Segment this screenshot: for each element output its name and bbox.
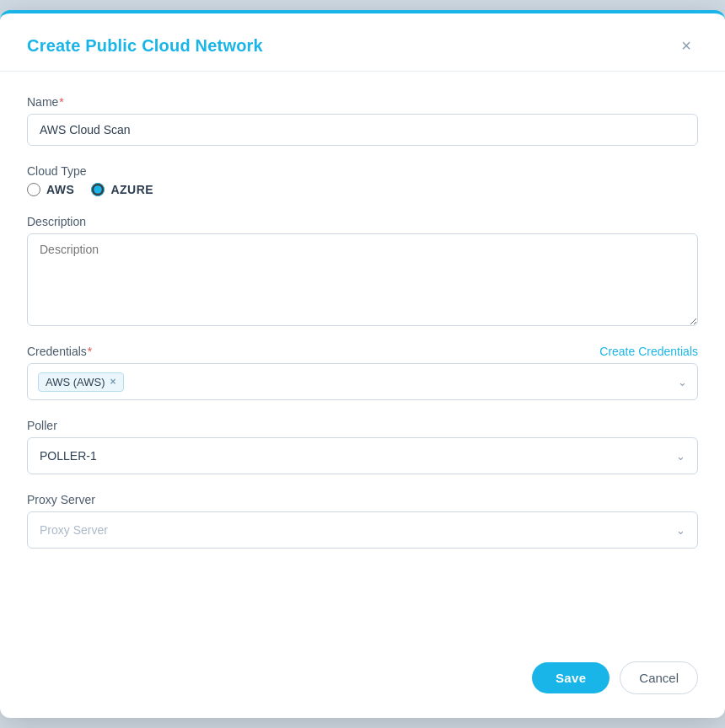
cloud-type-aws-radio[interactable] xyxy=(27,183,40,196)
poller-select[interactable]: POLLER-1 ⌄ xyxy=(27,437,698,474)
credentials-header: Credentials* Create Credentials xyxy=(27,345,698,358)
modal-footer: Save Cancel xyxy=(0,645,725,718)
description-label: Description xyxy=(27,215,698,228)
save-button[interactable]: Save xyxy=(532,662,610,693)
poller-field-group: Poller POLLER-1 ⌄ xyxy=(27,419,698,474)
proxy-server-field-group: Proxy Server Proxy Server ⌄ xyxy=(27,493,698,549)
cloud-type-aws-label: AWS xyxy=(46,183,74,196)
poller-chevron-icon: ⌄ xyxy=(676,450,685,463)
create-credentials-link[interactable]: Create Credentials xyxy=(599,345,698,358)
close-button[interactable]: × xyxy=(674,34,698,57)
description-input[interactable] xyxy=(27,233,698,326)
proxy-server-select[interactable]: Proxy Server ⌄ xyxy=(27,511,698,549)
name-input[interactable] xyxy=(27,114,698,146)
credentials-field-group: Credentials* Create Credentials AWS (AWS… xyxy=(27,345,698,400)
cloud-type-azure-radio[interactable] xyxy=(91,183,105,196)
cloud-type-field-group: Cloud Type AWS AZURE xyxy=(27,164,698,196)
poller-label: Poller xyxy=(27,419,698,432)
create-public-cloud-network-modal: Create Public Cloud Network × Name* Clou… xyxy=(0,10,725,718)
name-required-star: * xyxy=(59,95,63,109)
credentials-select[interactable]: AWS (AWS) × ⌄ xyxy=(27,363,698,400)
cancel-button[interactable]: Cancel xyxy=(620,661,698,694)
credentials-chevron-icon: ⌄ xyxy=(678,376,687,388)
modal-title: Create Public Cloud Network xyxy=(27,36,263,56)
poller-value: POLLER-1 xyxy=(40,449,97,463)
cloud-type-aws-option[interactable]: AWS xyxy=(27,183,74,196)
modal-body: Name* Cloud Type AWS AZURE xyxy=(0,72,725,645)
cloud-type-radio-group: AWS AZURE xyxy=(27,183,698,196)
credentials-tag-label: AWS (AWS) xyxy=(46,376,105,388)
proxy-server-chevron-icon: ⌄ xyxy=(676,524,685,537)
credentials-tag: AWS (AWS) × xyxy=(38,372,124,392)
name-field-group: Name* xyxy=(27,95,698,146)
proxy-server-placeholder: Proxy Server xyxy=(40,523,108,537)
modal-overlay: Create Public Cloud Network × Name* Clou… xyxy=(0,0,725,728)
credentials-label: Credentials* xyxy=(27,345,92,358)
cloud-type-azure-label: AZURE xyxy=(110,183,153,196)
credentials-tag-remove[interactable]: × xyxy=(110,377,116,387)
cloud-type-label: Cloud Type xyxy=(27,164,698,178)
name-label: Name* xyxy=(27,95,698,109)
description-field-group: Description xyxy=(27,215,698,326)
modal-header: Create Public Cloud Network × xyxy=(0,13,725,72)
proxy-server-label: Proxy Server xyxy=(27,493,698,506)
credentials-tags-area: AWS (AWS) × xyxy=(38,372,124,392)
credentials-required-star: * xyxy=(88,345,92,358)
cloud-type-azure-option[interactable]: AZURE xyxy=(91,183,153,196)
